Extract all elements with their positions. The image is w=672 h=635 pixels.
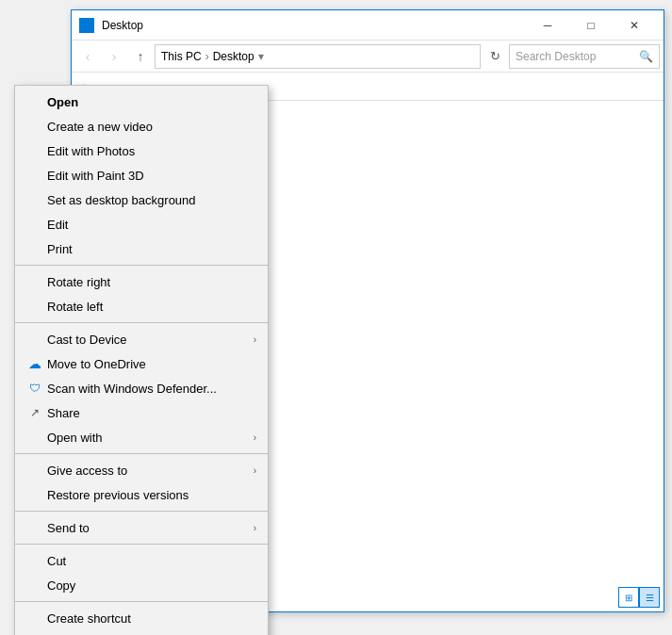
menu-label-open: Open [47,95,78,109]
menu-label-set-desktop-bg: Set as desktop background [47,193,196,207]
menu-item-copy[interactable]: Copy [15,573,268,597]
menu-separator [15,601,268,602]
menu-item-move-to-onedrive[interactable]: ☁Move to OneDrive [15,351,268,376]
menu-label-move-to-onedrive: Move to OneDrive [47,357,146,371]
menu-label-print: Print [47,242,73,256]
menu-separator [15,322,268,323]
menu-item-cast-to-device[interactable]: Cast to Device› [15,327,268,351]
submenu-arrow: › [254,334,256,345]
menu-label-edit-with-photos: Edit with Photos [47,144,135,158]
menu-item-open-with[interactable]: Open with› [15,425,268,449]
menu-item-share[interactable]: ↗Share [15,400,268,425]
menu-item-rotate-right[interactable]: Rotate right [15,269,268,294]
menu-item-scan-with-defender[interactable]: 🛡Scan with Windows Defender... [15,376,268,400]
view-buttons: ⊞ ☰ [618,587,660,608]
title-bar-buttons: ─ □ ✕ [526,10,656,41]
menu-label-cut: Cut [47,554,66,568]
menu-label-scan-with-defender: Scan with Windows Defender... [47,382,217,396]
up-button[interactable]: ↑ [128,44,153,69]
menu-label-create-new-video: Create a new video [47,120,153,134]
context-menu: OpenCreate a new videoEdit with PhotosEd… [14,85,269,635]
menu-label-rotate-left: Rotate left [47,300,103,314]
grid-icon: ⊞ [625,593,632,603]
refresh-button[interactable]: ↻ [483,44,507,69]
menu-icon-scan-with-defender: 🛡 [26,382,43,395]
menu-item-open[interactable]: Open [15,90,268,114]
menu-separator [15,265,268,266]
breadcrumb-thispc: This PC [161,50,202,63]
menu-label-give-access-to: Give access to [47,464,127,478]
menu-item-print[interactable]: Print [15,236,268,261]
menu-item-delete[interactable]: Delete [15,630,268,635]
menu-separator [15,544,268,545]
menu-item-give-access-to[interactable]: Give access to› [15,458,268,482]
menu-label-restore-previous-versions: Restore previous versions [47,488,188,502]
menu-item-restore-previous-versions[interactable]: Restore previous versions [15,482,268,507]
list-icon: ☰ [646,593,654,603]
address-bar: ‹ › ↑ This PC › Desktop ▾ ↻ Search Deskt… [72,41,664,73]
window-title: Desktop [102,19,526,32]
search-box[interactable]: Search Desktop 🔍 [509,44,660,69]
menu-label-create-shortcut: Create shortcut [47,611,131,626]
breadcrumb-sep-1: › [205,50,209,63]
menu-item-create-new-video[interactable]: Create a new video [15,114,268,138]
submenu-arrow: › [254,465,256,476]
submenu-arrow: › [254,432,256,443]
menu-icon-move-to-onedrive: ☁ [26,356,43,371]
breadcrumb-desktop: Desktop [213,50,254,63]
menu-label-share: Share [47,406,80,420]
menu-item-edit[interactable]: Edit [15,212,268,236]
menu-label-send-to: Send to [47,521,90,535]
submenu-arrow: › [254,523,256,533]
close-button[interactable]: ✕ [613,10,656,41]
search-icon: 🔍 [639,50,653,63]
menu-label-copy: Copy [47,578,75,593]
window-icon [79,18,94,33]
breadcrumb-dropdown[interactable]: ▾ [258,50,264,63]
back-button[interactable]: ‹ [75,44,100,69]
menu-item-edit-with-paint[interactable]: Edit with Paint 3D [15,163,268,187]
menu-separator [15,511,268,512]
menu-item-set-desktop-bg[interactable]: Set as desktop background [15,187,268,212]
menu-item-send-to[interactable]: Send to› [15,515,268,540]
menu-label-edit-with-paint: Edit with Paint 3D [47,169,144,183]
menu-label-open-with: Open with [47,431,103,445]
menu-label-edit: Edit [47,218,68,232]
menu-separator [15,453,268,454]
menu-label-rotate-right: Rotate right [47,275,110,289]
breadcrumb[interactable]: This PC › Desktop ▾ [155,44,481,69]
menu-item-edit-with-photos[interactable]: Edit with Photos [15,138,268,163]
menu-label-cast-to-device: Cast to Device [47,333,127,347]
search-placeholder: Search Desktop [516,50,596,63]
title-bar: Desktop ─ □ ✕ [72,10,664,41]
menu-icon-share: ↗ [26,406,43,419]
forward-button[interactable]: › [102,44,126,69]
minimize-button[interactable]: ─ [526,10,569,41]
maximize-button[interactable]: □ [569,10,613,41]
menu-item-create-shortcut[interactable]: Create shortcut [15,606,268,630]
menu-item-rotate-left[interactable]: Rotate left [15,294,268,318]
grid-view-button[interactable]: ⊞ [618,587,639,608]
list-view-button[interactable]: ☰ [639,587,660,608]
menu-item-cut[interactable]: Cut [15,548,268,573]
